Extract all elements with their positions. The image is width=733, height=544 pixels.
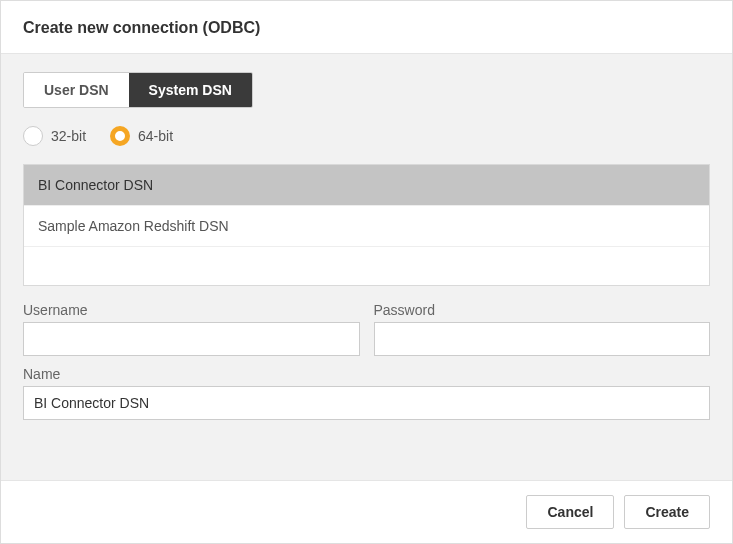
dsn-list: BI Connector DSN Sample Amazon Redshift …	[23, 164, 710, 286]
create-connection-dialog: Create new connection (ODBC) User DSN Sy…	[0, 0, 733, 544]
dsn-list-item[interactable]: Sample Amazon Redshift DSN	[24, 206, 709, 247]
dsn-list-item[interactable]: BI Connector DSN	[24, 165, 709, 206]
dialog-title: Create new connection (ODBC)	[23, 19, 710, 37]
radio-64-bit[interactable]: 64-bit	[110, 126, 173, 146]
password-label: Password	[374, 302, 711, 318]
name-label: Name	[23, 366, 710, 382]
radio-32-bit-label: 32-bit	[51, 128, 86, 144]
radio-32-bit[interactable]: 32-bit	[23, 126, 86, 146]
cancel-button[interactable]: Cancel	[526, 495, 614, 529]
dialog-footer: Cancel Create	[1, 480, 732, 543]
radio-unselected-icon	[23, 126, 43, 146]
credentials-row: Username Password	[23, 302, 710, 356]
dsn-list-item-empty	[24, 247, 709, 285]
tab-system-dsn[interactable]: System DSN	[129, 73, 252, 107]
username-label: Username	[23, 302, 360, 318]
dsn-tabs: User DSN System DSN	[23, 72, 253, 108]
name-field-group: Name	[23, 366, 710, 420]
tab-user-dsn[interactable]: User DSN	[24, 73, 129, 107]
create-button[interactable]: Create	[624, 495, 710, 529]
name-row: Name	[23, 366, 710, 420]
password-field-group: Password	[374, 302, 711, 356]
radio-64-bit-label: 64-bit	[138, 128, 173, 144]
name-input[interactable]	[23, 386, 710, 420]
username-input[interactable]	[23, 322, 360, 356]
username-field-group: Username	[23, 302, 360, 356]
dialog-header: Create new connection (ODBC)	[1, 1, 732, 54]
password-input[interactable]	[374, 322, 711, 356]
bitness-radio-group: 32-bit 64-bit	[23, 126, 710, 146]
radio-selected-icon	[110, 126, 130, 146]
dialog-body: User DSN System DSN 32-bit 64-bit BI Con…	[1, 54, 732, 480]
